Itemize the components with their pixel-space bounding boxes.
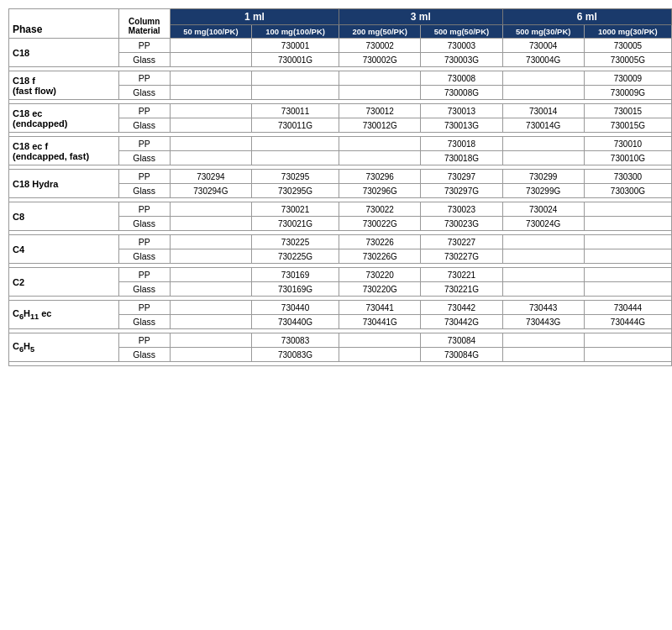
product-cell [170,39,251,53]
phase-cell: C6H5 [9,333,119,362]
product-cell: 730441G [339,315,421,329]
product-cell: 730299G [502,184,584,198]
sub-header-500mg-3: 500 mg(50/PK) [421,25,502,39]
product-cell: 730294 [170,170,251,184]
product-cell [502,333,584,348]
material-cell: PP [118,170,170,184]
product-cell: 730226 [339,235,421,249]
product-cell: 730014G [502,118,584,133]
product-cell: 730084G [421,348,502,362]
product-cell: 730227G [421,249,502,264]
material-cell: PP [118,104,170,118]
product-cell: 730005 [584,39,671,53]
product-cell: 730442 [421,301,502,315]
product-cell: 730221 [421,268,502,282]
product-cell: 730002 [339,39,421,53]
product-cell [170,202,251,217]
material-cell: Glass [118,282,170,297]
product-cell: 730021 [251,202,339,217]
phase-cell: C18 ec f(endcapped, fast) [9,137,119,165]
phase-cell: C18 [9,39,119,67]
product-cell: 730444G [584,315,671,329]
table-row: C18 ec f(endcapped, fast)PP730018730010 [9,137,672,151]
product-cell [584,333,671,348]
table-row: C2PP730169730220730221 [9,268,672,282]
product-cell [170,249,251,264]
product-cell: 730221G [421,282,502,297]
header-1ml: 1 ml [170,9,339,25]
product-cell [502,268,584,282]
product-cell: 730083 [251,333,339,348]
product-cell: 730227 [421,235,502,249]
product-cell: 730022G [339,217,421,231]
product-cell: 730443G [502,315,584,329]
product-cell: 730226G [339,249,421,264]
product-cell: 730294G [170,184,251,198]
material-cell: Glass [118,151,170,165]
product-cell: 730001 [251,39,339,53]
product-cell: 730300 [584,170,671,184]
product-cell: 730220G [339,282,421,297]
product-cell [502,348,584,362]
product-cell [170,315,251,329]
product-cell: 730443 [502,301,584,315]
sub-header-50mg: 50 mg(100/PK) [170,25,251,39]
product-cell [584,268,671,282]
product-cell [170,348,251,362]
material-cell: PP [118,301,170,315]
product-cell: 730009 [584,71,671,86]
product-cell: 730023 [421,202,502,217]
product-cell: 730295 [251,170,339,184]
material-cell: Glass [118,315,170,329]
product-cell: 730012 [339,104,421,118]
phase-cell: C18 Hydra [9,170,119,198]
product-cell [251,137,339,151]
product-cell: 730008G [421,86,502,100]
product-cell: 730018G [421,151,502,165]
product-cell [170,151,251,165]
product-cell [251,86,339,100]
product-cell [170,268,251,282]
product-cell: 730440 [251,301,339,315]
phase-cell: C18 f(fast flow) [9,71,119,100]
phase-cell: C18 ec(endcapped) [9,104,119,133]
sub-header-500mg-6: 500 mg(30/PK) [502,25,584,39]
product-cell: 730084 [421,333,502,348]
material-cell: PP [118,137,170,151]
product-cell [502,151,584,165]
product-table: Phase Column Material 1 ml 3 ml 6 ml 50 … [8,8,672,366]
product-cell: 730024 [502,202,584,217]
table-row: C6H5PP730083730084 [9,333,672,348]
product-cell: 730296 [339,170,421,184]
product-cell [339,151,421,165]
product-cell [339,86,421,100]
product-cell: 730220 [339,268,421,282]
product-cell: 730004G [502,53,584,67]
product-cell: 730442G [421,315,502,329]
product-cell [251,151,339,165]
material-cell: PP [118,333,170,348]
product-cell: 730169G [251,282,339,297]
product-cell [170,235,251,249]
product-cell: 730002G [339,53,421,67]
material-cell: PP [118,39,170,53]
table-row: C18 HydraPP73029473029573029673029773029… [9,170,672,184]
table-row: C8PP730021730022730023730024 [9,202,672,217]
material-cell: Glass [118,249,170,264]
phase-cell: C4 [9,235,119,264]
product-cell: 730001G [251,53,339,67]
product-cell: 730015G [584,118,671,133]
product-cell: 730441 [339,301,421,315]
product-cell: 730003G [421,53,502,67]
phase-cell: C2 [9,268,119,297]
product-cell [170,104,251,118]
phase-cell: C6H11 ec [9,301,119,329]
sub-header-200mg: 200 mg(50/PK) [339,25,421,39]
product-cell: 730295G [251,184,339,198]
product-cell: 730013 [421,104,502,118]
product-cell [170,333,251,348]
material-cell: Glass [118,53,170,67]
product-cell [502,282,584,297]
product-cell: 730014 [502,104,584,118]
product-cell [170,282,251,297]
